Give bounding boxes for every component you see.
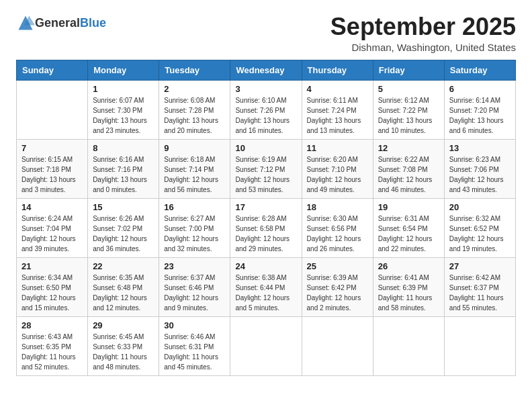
sunrise-text: Sunrise: 6:43 AM <box>21 332 83 342</box>
calendar-cell: 13Sunrise: 6:23 AMSunset: 7:06 PMDayligh… <box>444 139 515 198</box>
day-info: Sunrise: 6:35 AMSunset: 6:48 PMDaylight:… <box>93 273 154 313</box>
day-number: 8 <box>93 143 154 153</box>
calendar-cell: 2Sunrise: 6:08 AMSunset: 7:28 PMDaylight… <box>159 80 230 139</box>
sunset-text: Sunset: 7:08 PM <box>378 165 439 175</box>
day-number: 7 <box>21 143 83 153</box>
sunset-text: Sunset: 7:24 PM <box>307 105 368 116</box>
sunset-text: Sunset: 6:56 PM <box>307 224 368 234</box>
day-number: 21 <box>21 261 83 271</box>
sunrise-text: Sunrise: 6:31 AM <box>378 214 439 224</box>
calendar-cell: 9Sunrise: 6:18 AMSunset: 7:14 PMDaylight… <box>159 139 230 198</box>
calendar-cell: 26Sunrise: 6:41 AMSunset: 6:39 PMDayligh… <box>373 257 444 316</box>
day-info: Sunrise: 6:20 AMSunset: 7:10 PMDaylight:… <box>307 154 368 195</box>
sunset-text: Sunset: 7:02 PM <box>93 224 154 234</box>
page-title: September 2025 <box>330 13 516 40</box>
day-info: Sunrise: 6:18 AMSunset: 7:14 PMDaylight:… <box>164 154 225 195</box>
day-info: Sunrise: 6:19 AMSunset: 7:12 PMDaylight:… <box>235 154 296 195</box>
daylight-text: Daylight: 12 hours and 32 minutes. <box>164 234 225 254</box>
daylight-text: Daylight: 12 hours and 36 minutes. <box>93 234 154 254</box>
day-number: 24 <box>235 261 296 271</box>
sunset-text: Sunset: 7:30 PM <box>93 105 154 116</box>
day-number: 25 <box>307 261 368 271</box>
daylight-text: Daylight: 12 hours and 43 minutes. <box>449 175 511 195</box>
sunrise-text: Sunrise: 6:16 AM <box>93 154 154 165</box>
day-info: Sunrise: 6:34 AMSunset: 6:50 PMDaylight:… <box>21 273 83 313</box>
daylight-text: Daylight: 13 hours and 6 minutes. <box>449 116 511 136</box>
calendar-cell: 28Sunrise: 6:43 AMSunset: 6:35 PMDayligh… <box>17 316 88 375</box>
day-info: Sunrise: 6:32 AMSunset: 6:52 PMDaylight:… <box>449 214 511 254</box>
day-info: Sunrise: 6:28 AMSunset: 6:58 PMDaylight:… <box>235 214 296 254</box>
sunrise-text: Sunrise: 6:20 AM <box>307 154 368 165</box>
day-number: 9 <box>164 143 225 153</box>
day-info: Sunrise: 6:31 AMSunset: 6:54 PMDaylight:… <box>378 214 439 254</box>
day-info: Sunrise: 6:23 AMSunset: 7:06 PMDaylight:… <box>449 154 511 195</box>
day-info: Sunrise: 6:38 AMSunset: 6:44 PMDaylight:… <box>235 273 296 313</box>
sunrise-text: Sunrise: 6:26 AM <box>93 214 154 224</box>
sunrise-text: Sunrise: 6:18 AM <box>164 154 225 165</box>
sunset-text: Sunset: 7:26 PM <box>235 105 296 116</box>
day-info: Sunrise: 6:16 AMSunset: 7:16 PMDaylight:… <box>93 154 154 195</box>
sunset-text: Sunset: 7:28 PM <box>164 105 225 116</box>
calendar-cell: 3Sunrise: 6:10 AMSunset: 7:26 PMDaylight… <box>230 80 302 139</box>
sunset-text: Sunset: 6:31 PM <box>164 342 225 352</box>
sunset-text: Sunset: 6:48 PM <box>93 283 154 293</box>
day-info: Sunrise: 6:24 AMSunset: 7:04 PMDaylight:… <box>21 214 83 254</box>
calendar-cell <box>444 316 515 375</box>
daylight-text: Daylight: 11 hours and 58 minutes. <box>378 293 439 313</box>
day-number: 18 <box>307 202 368 212</box>
daylight-text: Daylight: 12 hours and 56 minutes. <box>164 175 225 195</box>
daylight-text: Daylight: 12 hours and 12 minutes. <box>93 293 154 313</box>
day-number: 29 <box>93 320 154 330</box>
day-info: Sunrise: 6:39 AMSunset: 6:42 PMDaylight:… <box>307 273 368 313</box>
sunrise-text: Sunrise: 6:15 AM <box>21 154 83 165</box>
daylight-text: Daylight: 11 hours and 55 minutes. <box>449 293 511 313</box>
daylight-text: Daylight: 12 hours and 15 minutes. <box>21 293 83 313</box>
weekday-header-saturday: Saturday <box>444 60 515 80</box>
day-number: 1 <box>93 84 154 94</box>
daylight-text: Daylight: 13 hours and 20 minutes. <box>164 116 225 136</box>
sunset-text: Sunset: 6:44 PM <box>235 283 296 293</box>
day-info: Sunrise: 6:45 AMSunset: 6:33 PMDaylight:… <box>93 332 154 372</box>
daylight-text: Daylight: 12 hours and 5 minutes. <box>235 293 296 313</box>
sunset-text: Sunset: 6:42 PM <box>307 283 368 293</box>
weekday-header-thursday: Thursday <box>302 60 373 80</box>
day-number: 3 <box>235 84 296 94</box>
daylight-text: Daylight: 12 hours and 2 minutes. <box>307 293 368 313</box>
day-number: 14 <box>21 202 83 212</box>
day-number: 2 <box>164 84 225 94</box>
daylight-text: Daylight: 11 hours and 45 minutes. <box>164 352 225 372</box>
calendar-cell: 23Sunrise: 6:37 AMSunset: 6:46 PMDayligh… <box>159 257 230 316</box>
sunset-text: Sunset: 6:52 PM <box>449 224 511 234</box>
calendar-week-1: 1Sunrise: 6:07 AMSunset: 7:30 PMDaylight… <box>17 80 516 139</box>
calendar-cell: 7Sunrise: 6:15 AMSunset: 7:18 PMDaylight… <box>17 139 88 198</box>
day-number: 13 <box>449 143 511 153</box>
sunset-text: Sunset: 7:18 PM <box>21 165 83 175</box>
page-header: GeneralBlue September 2025 Dishman, Wash… <box>16 13 516 53</box>
sunrise-text: Sunrise: 6:10 AM <box>235 95 296 105</box>
sunset-text: Sunset: 7:16 PM <box>93 165 154 175</box>
day-number: 6 <box>449 84 511 94</box>
calendar-cell: 5Sunrise: 6:12 AMSunset: 7:22 PMDaylight… <box>373 80 444 139</box>
sunrise-text: Sunrise: 6:46 AM <box>164 332 225 342</box>
day-number: 30 <box>164 320 225 330</box>
logo-blue: Blue <box>80 16 106 30</box>
calendar-cell: 29Sunrise: 6:45 AMSunset: 6:33 PMDayligh… <box>88 316 159 375</box>
sunrise-text: Sunrise: 6:39 AM <box>307 273 368 283</box>
sunrise-text: Sunrise: 6:35 AM <box>93 273 154 283</box>
calendar-cell: 10Sunrise: 6:19 AMSunset: 7:12 PMDayligh… <box>230 139 302 198</box>
day-info: Sunrise: 6:26 AMSunset: 7:02 PMDaylight:… <box>93 214 154 254</box>
calendar-cell: 12Sunrise: 6:22 AMSunset: 7:08 PMDayligh… <box>373 139 444 198</box>
day-number: 28 <box>21 320 83 330</box>
calendar-cell: 21Sunrise: 6:34 AMSunset: 6:50 PMDayligh… <box>17 257 88 316</box>
calendar-cell <box>302 316 373 375</box>
day-info: Sunrise: 6:27 AMSunset: 7:00 PMDaylight:… <box>164 214 225 254</box>
daylight-text: Daylight: 12 hours and 26 minutes. <box>307 234 368 254</box>
page-subtitle: Dishman, Washington, United States <box>330 42 516 53</box>
day-number: 19 <box>378 202 439 212</box>
calendar-cell: 19Sunrise: 6:31 AMSunset: 6:54 PMDayligh… <box>373 198 444 257</box>
day-info: Sunrise: 6:30 AMSunset: 6:56 PMDaylight:… <box>307 214 368 254</box>
sunrise-text: Sunrise: 6:14 AM <box>449 95 511 105</box>
sunrise-text: Sunrise: 6:22 AM <box>378 154 439 165</box>
calendar-cell <box>17 80 88 139</box>
daylight-text: Daylight: 12 hours and 53 minutes. <box>235 175 296 195</box>
